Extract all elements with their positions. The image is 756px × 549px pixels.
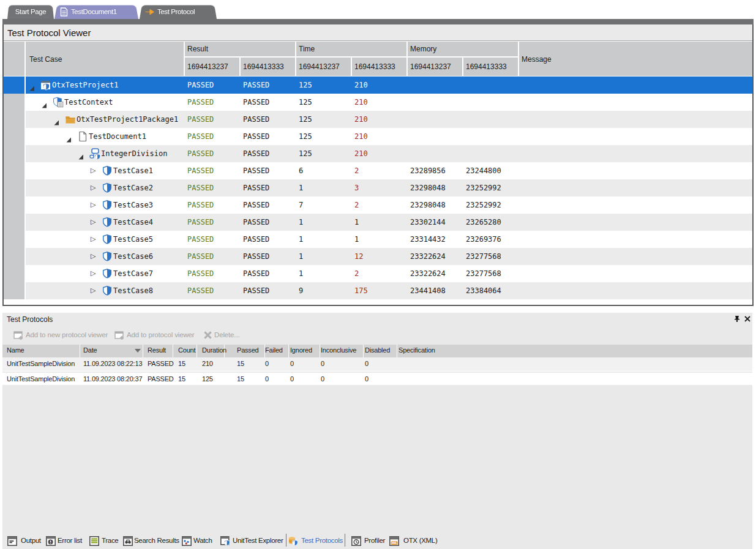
- column-group-result[interactable]: Result: [187, 45, 208, 53]
- column-header-run[interactable]: 1694413333: [466, 62, 507, 71]
- tree-row-testcase3[interactable]: ▷TestCase3PASSEDPASSED722329804823252992: [4, 196, 752, 214]
- expander-expanded-icon[interactable]: [42, 100, 47, 105]
- tree-row-testcase1[interactable]: ▷TestCase1PASSEDPASSED622328985623244800: [4, 162, 752, 179]
- protocol-column-name[interactable]: Name: [7, 346, 24, 354]
- tree-node-label[interactable]: TestCase4: [113, 214, 153, 231]
- tree-row-testcase4[interactable]: ▷TestCase4PASSEDPASSED112330214423265280: [4, 214, 752, 231]
- dock-tab-output[interactable]: Output: [21, 537, 41, 544]
- dock-tab-otx-xml[interactable]: OTX (XML): [403, 537, 437, 544]
- cell-memory-run2: 23269376: [466, 231, 501, 248]
- tree-row-otxtestproject1package1[interactable]: OtxTestProject1Package1PASSEDPASSED12521…: [4, 111, 752, 128]
- tree-row-testcase7[interactable]: ▷TestCase7PASSEDPASSED122332262423277568: [4, 265, 752, 282]
- dock-tab-test-protocols[interactable]: Test Protocols: [301, 537, 343, 544]
- protocol-column-disabled[interactable]: Disabled: [365, 346, 390, 354]
- tree-row-otxtestproject1[interactable]: OtxTestProject1PASSEDPASSED125210: [4, 77, 752, 94]
- column-header-run[interactable]: 1694413237: [299, 62, 340, 71]
- cell-result-run1: PASSED: [187, 196, 214, 214]
- dock-tab-search-results[interactable]: Search Results: [134, 537, 179, 544]
- cell-result-run1: PASSED: [187, 248, 214, 265]
- tree-row-testcontext[interactable]: TestContextPASSEDPASSED125210: [4, 94, 752, 111]
- protocol-column-duration[interactable]: Duration: [202, 346, 226, 354]
- package-icon: [65, 114, 76, 125]
- tree-node-label[interactable]: OtxTestProject1: [52, 77, 118, 94]
- expander-collapsed-icon[interactable]: ▷: [91, 231, 95, 248]
- column-header-message[interactable]: Message: [522, 55, 552, 64]
- toolbar-button-add-to-new-protocol-viewer[interactable]: Add to new protocol viewer: [26, 331, 108, 338]
- tree-node-label[interactable]: TestCase8: [113, 282, 153, 299]
- dock-tab-strip: OutputError listTraceSearch ResultsWatch…: [2, 534, 752, 549]
- expander-expanded-icon[interactable]: [66, 134, 72, 140]
- tab-test-protocol[interactable]: Test Protocol: [140, 4, 217, 19]
- column-header-run[interactable]: 1694413333: [354, 62, 395, 71]
- tree-row-testcase2[interactable]: ▷TestCase2PASSEDPASSED132329804823252992: [4, 179, 752, 196]
- tree-node-label[interactable]: TestCase6: [113, 248, 153, 265]
- document-icon2: [77, 131, 88, 142]
- column-group-memory[interactable]: Memory: [410, 45, 436, 53]
- grid-header: Test CaseMessageResult169441323716944133…: [4, 42, 752, 76]
- dock-tab-error-list[interactable]: Error list: [58, 537, 82, 544]
- protocol-column-ignored[interactable]: Ignored: [290, 346, 312, 354]
- tree-row-testcase6[interactable]: ▷TestCase6PASSEDPASSED112233226242327756…: [4, 248, 752, 265]
- tree-row-testdocument1[interactable]: TestDocument1PASSEDPASSED125210: [4, 128, 752, 145]
- protocol-column-date[interactable]: Date: [83, 346, 97, 354]
- header-separator: [239, 58, 241, 76]
- expander-collapsed-icon[interactable]: ▷: [91, 179, 95, 196]
- dock-tab-profiler[interactable]: Profiler: [364, 537, 385, 544]
- cell-time-run1: 9: [299, 282, 303, 299]
- expander-expanded-icon[interactable]: [78, 151, 84, 157]
- protocol-row[interactable]: UnitTestSampleDivision11.09.2023 08:20:3…: [2, 373, 752, 385]
- tree-row-testcase5[interactable]: ▷TestCase5PASSEDPASSED112331443223269376: [4, 231, 752, 248]
- column-header-test-case[interactable]: Test Case: [29, 55, 62, 64]
- dock-tab-watch[interactable]: Watch: [193, 537, 212, 544]
- pin-icon[interactable]: [733, 315, 741, 323]
- tree-node-label[interactable]: TestCase3: [113, 196, 153, 214]
- column-header-run[interactable]: 1694413333: [243, 62, 284, 71]
- cell-time-run2: 175: [354, 282, 368, 299]
- procedure-icon: [89, 148, 100, 159]
- protocol-column-inconclusive[interactable]: Inconclusive: [321, 346, 356, 354]
- tree-row-testcase8[interactable]: ▷TestCase8PASSEDPASSED917523441408233840…: [4, 282, 752, 299]
- cell-time-run1: 125: [299, 128, 312, 145]
- column-header-run[interactable]: 1694413237: [410, 62, 451, 71]
- protocol-column-passed[interactable]: Passed: [237, 346, 259, 354]
- protocol-cell-count: 15: [178, 360, 185, 367]
- tree-node-label[interactable]: TestCase1: [113, 162, 153, 179]
- protocol-column-count[interactable]: Count: [178, 346, 195, 354]
- toolbar-button-add-to-protocol-viewer[interactable]: Add to protocol viewer: [127, 331, 194, 338]
- cell-result-run1: PASSED: [187, 128, 214, 145]
- dock-tab-trace[interactable]: Trace: [102, 537, 118, 544]
- tree-node-label[interactable]: TestContext: [64, 94, 113, 111]
- row-indicator-gutter: [4, 111, 24, 128]
- expander-collapsed-icon[interactable]: ▷: [91, 248, 95, 265]
- expander-expanded-icon[interactable]: [29, 83, 35, 88]
- tree-node-label[interactable]: IntegerDivision: [101, 145, 167, 162]
- tree-node-label[interactable]: TestCase2: [113, 179, 153, 196]
- column-header-run[interactable]: 1694413237: [187, 62, 228, 71]
- tree-node-label[interactable]: TestDocument1: [89, 128, 146, 145]
- expander-collapsed-icon[interactable]: ▷: [91, 196, 95, 214]
- protocol-column-specification[interactable]: Specification: [399, 346, 435, 354]
- expander-collapsed-icon[interactable]: ▷: [91, 282, 95, 299]
- tree-node-label[interactable]: OtxTestProject1Package1: [77, 111, 178, 128]
- tab-start-page[interactable]: Start Page: [7, 4, 54, 19]
- protocol-column-result[interactable]: Result: [148, 346, 166, 354]
- protocol-row[interactable]: UnitTestSampleDivision11.09.2023 08:22:1…: [2, 357, 752, 372]
- tree-node-label[interactable]: TestCase5: [113, 231, 153, 248]
- expander-collapsed-icon[interactable]: ▷: [91, 214, 95, 231]
- protocols-table-header: NameDateResultCountDurationPassedFailedI…: [2, 345, 752, 357]
- grid-body: OtxTestProject1PASSEDPASSED125210TestCon…: [4, 77, 752, 305]
- trace-icon: [89, 536, 99, 546]
- dock-tab-unittest-explorer[interactable]: UnitTest Explorer: [233, 537, 283, 544]
- protocol-column-failed[interactable]: Failed: [265, 346, 283, 354]
- expander-collapsed-icon[interactable]: ▷: [91, 162, 95, 179]
- close-icon[interactable]: [743, 315, 752, 323]
- tree-node-label[interactable]: TestCase7: [113, 265, 153, 282]
- column-group-time[interactable]: Time: [299, 45, 315, 53]
- expander-expanded-icon[interactable]: [54, 117, 59, 122]
- toolbar-button-delete[interactable]: Delete...: [214, 331, 239, 338]
- tab-testdocument1[interactable]: TestDocument1: [54, 4, 138, 19]
- tree-row-integerdivision[interactable]: IntegerDivisionPASSEDPASSED125210: [4, 145, 752, 162]
- row-indicator-gutter: [4, 179, 24, 196]
- expander-collapsed-icon[interactable]: ▷: [91, 265, 95, 282]
- cell-time-run2: 3: [354, 179, 359, 196]
